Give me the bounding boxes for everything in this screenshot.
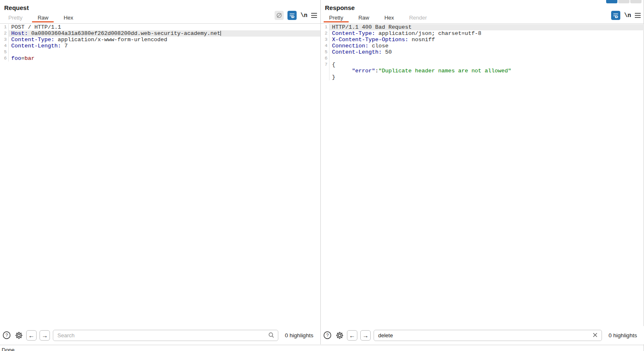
- response-highlights-count: 0 highlights: [605, 332, 641, 339]
- settings-gear-icon[interactable]: [14, 331, 23, 340]
- search-prev-button[interactable]: ←: [347, 330, 357, 341]
- code-line[interactable]: 3Content-Type: application/x-www-form-ur…: [0, 37, 320, 43]
- code-line[interactable]: 7{: [321, 62, 644, 68]
- response-tab-pretty[interactable]: Pretty: [324, 13, 349, 22]
- search-prev-button[interactable]: ←: [26, 330, 37, 341]
- code-line[interactable]: "error":"Duplicate header names are not …: [321, 68, 644, 74]
- line-number: 6: [0, 55, 9, 62]
- line-number: [321, 74, 329, 80]
- code-line[interactable]: 6: [321, 55, 644, 62]
- status-bar: Done: [0, 345, 644, 351]
- editor-menu-icon[interactable]: [311, 13, 317, 18]
- line-number: [321, 68, 329, 74]
- response-panel-title: Response: [321, 0, 644, 13]
- line-number: 1: [321, 24, 329, 30]
- request-search-bar: ? ← →: [0, 326, 320, 344]
- layout-toggle-segment-2[interactable]: [618, 0, 629, 3]
- line-number: 3: [0, 37, 9, 43]
- response-editor-toolbar: \n: [611, 11, 641, 20]
- help-icon[interactable]: ?: [2, 331, 11, 340]
- line-number: 5: [321, 49, 329, 55]
- response-tab-hex[interactable]: Hex: [379, 13, 399, 22]
- line-number: 3: [321, 37, 329, 43]
- line-number: 1: [0, 24, 9, 30]
- request-tab-pretty: Pretty: [3, 13, 28, 22]
- search-next-button[interactable]: →: [40, 330, 50, 341]
- response-search-bar: ? ← →: [321, 326, 644, 344]
- layout-toggle-group: [606, 0, 642, 3]
- help-icon[interactable]: ?: [323, 331, 332, 340]
- word-wrap-icon[interactable]: [287, 11, 297, 20]
- code-line[interactable]: 2Content-Type: application/json; charset…: [321, 30, 644, 37]
- code-line[interactable]: }: [321, 74, 644, 80]
- code-line[interactable]: 4Connection: close: [321, 43, 644, 49]
- request-tab-raw[interactable]: Raw: [32, 13, 54, 22]
- code-line[interactable]: 1POST / HTTP/1.1: [0, 24, 320, 30]
- word-wrap-icon[interactable]: [611, 11, 620, 20]
- layout-toggle-segment-1[interactable]: [606, 0, 617, 3]
- line-number: 2: [321, 30, 329, 37]
- request-tabs: Pretty Raw Hex \n: [0, 13, 320, 24]
- line-number: 4: [0, 43, 9, 49]
- svg-text:?: ?: [5, 333, 8, 338]
- line-number: 6: [321, 55, 329, 62]
- request-editor-toolbar: \n: [275, 11, 317, 20]
- code-line[interactable]: 1HTTP/1.1 400 Bad Request: [321, 24, 644, 30]
- response-editor[interactable]: 1HTTP/1.1 400 Bad Request2Content-Type: …: [321, 24, 644, 326]
- hide-nonprintable-icon[interactable]: [275, 11, 284, 20]
- request-highlights-count: 0 highlights: [281, 332, 317, 339]
- code-line[interactable]: 4Content-Length: 7: [0, 43, 320, 49]
- line-number: 2: [0, 30, 9, 37]
- request-panel-title: Request: [0, 0, 320, 13]
- status-text: Done: [0, 345, 15, 351]
- line-number: 5: [0, 49, 9, 55]
- code-line[interactable]: 2Host: 0a08003604a31a6380ef262d008200dd.…: [0, 30, 320, 37]
- repeater-view: Request Pretty Raw Hex: [0, 0, 644, 351]
- search-next-button[interactable]: →: [360, 330, 371, 341]
- response-tab-raw[interactable]: Raw: [353, 13, 374, 22]
- editor-menu-icon[interactable]: [635, 13, 641, 18]
- settings-gear-icon[interactable]: [335, 331, 344, 340]
- text-cursor: [220, 31, 221, 36]
- code-line[interactable]: 6foo=bar: [0, 55, 320, 62]
- line-number: 4: [321, 43, 329, 49]
- search-magnifier-icon: [268, 332, 275, 339]
- code-line[interactable]: 5: [0, 49, 320, 55]
- response-panel: Response Pretty Raw Hex Render \n 1HTTP/…: [321, 0, 644, 344]
- response-tabs: Pretty Raw Hex Render \n: [321, 13, 644, 24]
- request-tab-hex[interactable]: Hex: [58, 13, 79, 22]
- request-panel: Request Pretty Raw Hex: [0, 0, 320, 344]
- svg-text:?: ?: [326, 333, 329, 338]
- response-search-input[interactable]: [374, 330, 602, 341]
- code-line[interactable]: 5Content-Length: 50: [321, 49, 644, 55]
- request-editor[interactable]: 1POST / HTTP/1.12Host: 0a08003604a31a638…: [0, 24, 320, 326]
- show-newlines-icon[interactable]: \n: [300, 12, 307, 19]
- response-tab-render: Render: [404, 13, 432, 22]
- clear-search-icon[interactable]: [592, 332, 598, 338]
- show-newlines-icon[interactable]: \n: [624, 12, 631, 19]
- code-line[interactable]: 3X-Content-Type-Options: nosniff: [321, 37, 644, 43]
- layout-toggle-segment-3[interactable]: [630, 0, 642, 3]
- line-number: 7: [321, 62, 329, 68]
- request-search-input[interactable]: [53, 330, 278, 341]
